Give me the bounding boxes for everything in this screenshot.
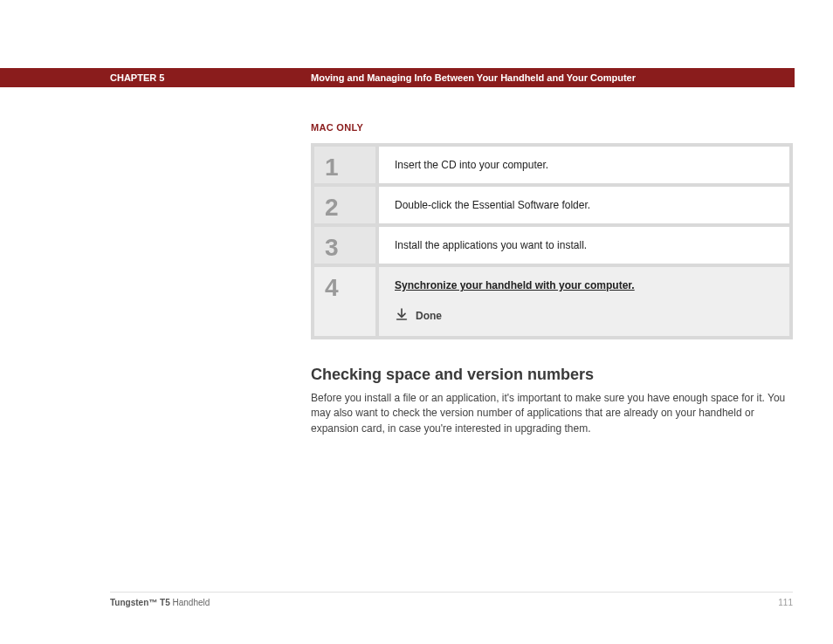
chapter-header: CHAPTER 5 Moving and Managing Info Betwe… xyxy=(0,68,795,87)
step-text: Insert the CD into your computer. xyxy=(379,147,789,183)
steps-container: 1 Insert the CD into your computer. 2 Do… xyxy=(311,143,793,339)
section-body: Before you install a file or an applicat… xyxy=(311,391,793,436)
step-number: 3 xyxy=(314,227,375,264)
step-text: Double-click the Essential Software fold… xyxy=(379,187,789,223)
platform-label: MAC ONLY xyxy=(311,122,793,133)
step-number: 2 xyxy=(314,187,375,223)
download-done-icon xyxy=(395,307,409,324)
step-number: 1 xyxy=(314,147,375,183)
step-row: 3 Install the applications you want to i… xyxy=(314,227,789,264)
page-footer: Tungsten™ T5 Handheld 111 xyxy=(110,592,793,607)
step-number: 4 xyxy=(314,267,375,336)
step-body-final: Synchronize your handheld with your comp… xyxy=(379,267,789,336)
step-row: 1 Insert the CD into your computer. xyxy=(314,147,789,183)
done-row: Done xyxy=(395,307,774,324)
step-row: 2 Double-click the Essential Software fo… xyxy=(314,187,789,223)
product-name-rest: Handheld xyxy=(170,598,210,607)
step-text: Install the applications you want to ins… xyxy=(379,227,789,264)
product-name: Tungsten™ T5 Handheld xyxy=(110,598,210,607)
section-heading: Checking space and version numbers xyxy=(311,366,793,384)
chapter-label: CHAPTER 5 xyxy=(110,72,164,83)
step-row: 4 Synchronize your handheld with your co… xyxy=(314,267,789,336)
product-name-bold: Tungsten™ T5 xyxy=(110,598,170,607)
main-content: MAC ONLY 1 Insert the CD into your compu… xyxy=(311,122,793,436)
chapter-title: Moving and Managing Info Between Your Ha… xyxy=(311,72,636,83)
done-label: Done xyxy=(416,310,442,322)
page-number: 111 xyxy=(778,598,793,607)
sync-link[interactable]: Synchronize your handheld with your comp… xyxy=(395,279,635,291)
